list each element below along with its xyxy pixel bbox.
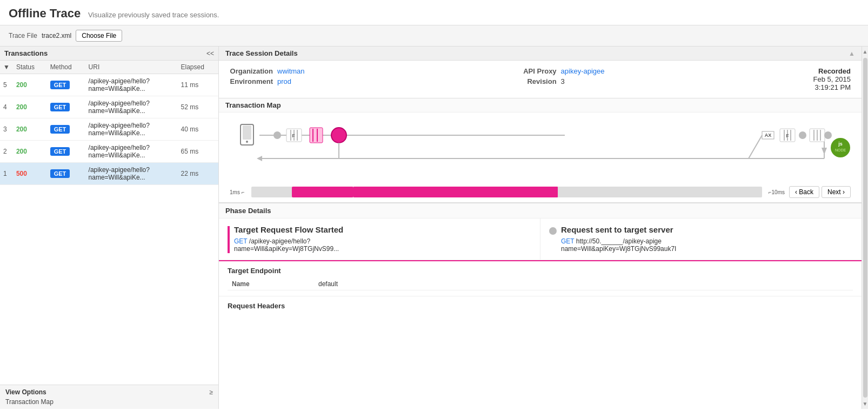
phase-card-1-icon — [228, 226, 230, 253]
timeline-labels: 1ms ⌐ — [230, 189, 245, 195]
tx-method: GET — [47, 163, 85, 185]
tx-uri: /apikey-apigee/hello?name=Will&apiKe... — [85, 118, 178, 141]
col-elapsed: Elapsed — [178, 61, 219, 74]
col-sort: ▼ — [0, 61, 13, 74]
svg-point-16 — [331, 128, 346, 143]
tx-num: 1 — [0, 163, 13, 185]
timeline-magenta-segment — [353, 187, 558, 197]
tx-uri: /apikey-apigee/hello?name=Will&apiKe... — [85, 163, 178, 185]
proxy-label: API Proxy — [513, 67, 557, 75]
table-row[interactable]: 1 500 GET /apikey-apigee/hello?name=Will… — [0, 163, 218, 185]
table-row[interactable]: 4 200 GET /apikey-apigee/hello?name=Will… — [0, 96, 218, 118]
scroll-thumb[interactable] — [863, 58, 867, 398]
timeline-label-1: 1ms ⌐ — [230, 189, 245, 195]
table-row[interactable]: 5 200 GET /apikey-apigee/hello?name=Will… — [0, 74, 218, 96]
view-options-header: View Options ≥ — [5, 388, 213, 396]
status-badge: 200 — [16, 103, 27, 111]
tx-status: 200 — [13, 118, 47, 141]
proxy-value: apikey-apigee — [561, 67, 605, 75]
org-label: Organization — [230, 67, 273, 75]
phase-card-1-url: GET /apikey-apigee/hello? — [234, 237, 343, 245]
phase-card-2-text: Request sent to target server GET http:/… — [561, 225, 676, 253]
session-proxy-row: API Proxy apikey-apigee — [513, 67, 605, 75]
transaction-map-section: Transaction Map — [219, 98, 862, 203]
method-badge: GET — [50, 103, 70, 111]
method-badge: GET — [50, 125, 70, 134]
timeline-pink-segment — [292, 187, 353, 197]
scroll-down-button[interactable]: ▼ — [862, 400, 868, 408]
back-button[interactable]: ‹ Back — [789, 186, 819, 198]
tx-method: GET — [47, 118, 85, 141]
tx-uri: /apikey-apigee/hello?name=Will&apiKe... — [85, 96, 178, 118]
left-panel: Transactions << ▼ Status Method URI Elap… — [0, 47, 219, 409]
transaction-map-header: Transaction Map — [219, 98, 862, 113]
request-headers-section: Request Headers — [219, 296, 862, 315]
phase-card-1-content: Target Request Flow Started GET /apikey-… — [228, 225, 531, 253]
next-button[interactable]: Next › — [822, 186, 851, 198]
phase-card-2-content: Request sent to target server GET http:/… — [549, 225, 853, 253]
tx-elapsed: 52 ms — [178, 96, 219, 118]
col-status: Status — [13, 61, 47, 74]
svg-point-29 — [824, 131, 832, 139]
svg-point-7 — [273, 131, 281, 139]
phase-card-1-text: Target Request Flow Started GET /apikey-… — [234, 225, 343, 253]
svg-text:js: js — [838, 141, 843, 147]
tx-num: 4 — [0, 96, 13, 118]
session-rev-row: Revision 3 — [513, 77, 605, 85]
tx-status: 200 — [13, 141, 47, 163]
phase-card-2-method: GET — [561, 237, 574, 245]
svg-marker-30 — [822, 148, 827, 155]
recorded-block: Recorded Feb 5, 2015 3:19:21 PM — [813, 67, 851, 91]
phase-card-1-params: name=Will&apiKey=Wj8TGjNvS99... — [234, 245, 343, 253]
target-endpoint-section: Target Endpoint Name default — [219, 261, 862, 296]
method-badge: GET — [50, 147, 70, 156]
target-name-label: Name — [228, 278, 314, 290]
svg-rect-5 — [243, 125, 251, 140]
tx-uri: /apikey-apigee/hello?name=Will&apiKe... — [85, 74, 178, 96]
choose-file-button[interactable]: Choose File — [76, 30, 122, 42]
transactions-body: 5 200 GET /apikey-apigee/hello?name=Will… — [0, 74, 218, 185]
org-value: wwitman — [277, 67, 305, 75]
request-headers-title: Request Headers — [228, 302, 853, 310]
svg-text:F: F — [292, 133, 295, 138]
phase-card-2-url: GET http://50.______/apikey-apige — [561, 237, 676, 245]
table-row[interactable]: 3 200 GET /apikey-apigee/hello?name=Will… — [0, 118, 218, 141]
svg-text:F: F — [786, 133, 789, 138]
scroll-up-button[interactable]: ▲ — [862, 48, 868, 56]
trace-file-label: Trace File — [9, 32, 37, 39]
tx-method: GET — [47, 96, 85, 118]
transactions-table: ▼ Status Method URI Elapsed 5 200 GET /a… — [0, 61, 218, 185]
view-options-title: View Options — [5, 388, 46, 396]
col-uri: URI — [85, 61, 178, 74]
right-scrollbar[interactable]: ▲ ▼ — [862, 47, 868, 409]
phase-details-section: Phase Details Target Request Flow Starte… — [219, 203, 862, 409]
svg-line-35 — [749, 135, 762, 158]
flow-diagram: F AX F — [230, 118, 851, 177]
session-proxy-rev: API Proxy apikey-apigee Revision 3 — [513, 67, 605, 85]
scroll-up-icon: ▲ — [849, 50, 855, 57]
transactions-collapse-button[interactable]: << — [206, 50, 214, 57]
phase-card-2: Request sent to target server GET http:/… — [540, 219, 862, 260]
trace-session-title: Trace Session Details — [225, 49, 298, 57]
timeline-bar[interactable] — [251, 187, 762, 197]
status-badge: 500 — [16, 170, 27, 177]
tx-elapsed: 22 ms — [178, 163, 219, 185]
phase-card-2-title: Request sent to target server — [561, 225, 676, 234]
tx-num: 2 — [0, 141, 13, 163]
target-name-row: Name default — [228, 278, 853, 290]
main-layout: Transactions << ▼ Status Method URI Elap… — [0, 47, 868, 409]
method-badge: GET — [50, 169, 70, 178]
tx-status: 200 — [13, 74, 47, 96]
rev-label: Revision — [513, 77, 557, 85]
table-row[interactable]: 2 200 GET /apikey-apigee/hello?name=Will… — [0, 141, 218, 163]
view-options-collapse-button[interactable]: ≥ — [209, 388, 213, 396]
transaction-map-canvas: F AX F — [219, 113, 862, 182]
tx-num: 5 — [0, 74, 13, 96]
trace-file-name: trace2.xml — [42, 32, 71, 39]
table-header-row: ▼ Status Method URI Elapsed — [0, 61, 218, 74]
recorded-label: Recorded — [818, 67, 851, 75]
env-value: prod — [277, 77, 291, 85]
page-header: Offline Trace Visualize previously saved… — [0, 0, 868, 25]
trace-file-bar: Trace File trace2.xml Choose File — [0, 25, 868, 47]
session-env-row: Environment prod — [230, 77, 305, 85]
